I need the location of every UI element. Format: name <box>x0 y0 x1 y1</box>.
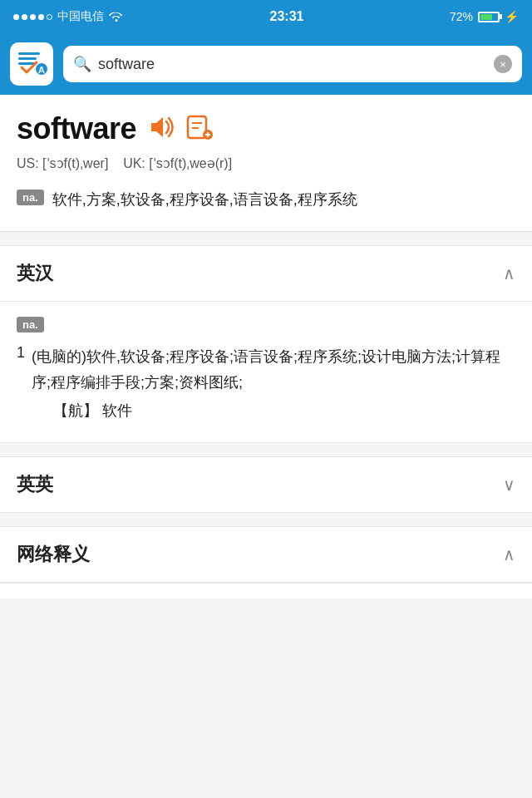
section-yingying-chevron <box>503 475 515 495</box>
status-left: 中国电信 <box>13 9 124 24</box>
signal-dots <box>13 14 52 20</box>
quick-tag: na. <box>17 190 44 205</box>
yinghan-pos-tag: na. <box>17 317 44 332</box>
section-yinghan-header[interactable]: 英汉 <box>0 245 532 302</box>
section-yinghan: 英汉 na. 1 (电脑的)软件,软设备;程序设备;语言设备;程序系统;设计电脑… <box>0 245 532 442</box>
section-wangluo-chevron <box>503 544 515 564</box>
section-yinghan-chevron <box>503 264 515 283</box>
signal-dot-3 <box>30 14 36 20</box>
status-right: 72% ⚡ <box>450 10 519 23</box>
gap-2 <box>0 443 532 450</box>
quick-definition: 软件,方案,软设备,程序设备,语言设备,程序系统 <box>52 188 357 212</box>
search-clear-button[interactable]: × <box>494 55 512 73</box>
section-yinghan-title: 英汉 <box>17 261 53 286</box>
signal-dot-1 <box>13 14 19 20</box>
carrier-label: 中国电信 <box>57 9 104 24</box>
svg-rect-3 <box>18 62 35 65</box>
section-yingying: 英英 <box>0 456 532 513</box>
def-text-1: (电脑的)软件,软设备;程序设备;语言设备;程序系统;设计电脑方法;计算程序;程… <box>32 348 500 391</box>
battery-fill <box>480 14 492 20</box>
search-icon: 🔍 <box>73 55 91 73</box>
word-title: software <box>17 111 136 146</box>
signal-dot-4 <box>38 14 44 20</box>
add-notebook-button[interactable] <box>186 115 213 144</box>
word-actions <box>150 115 213 144</box>
app-logo[interactable]: A <box>10 42 53 86</box>
status-time: 23:31 <box>270 9 304 24</box>
svg-rect-1 <box>18 52 40 55</box>
word-header: software <box>17 111 515 146</box>
status-bar: 中国电信 23:31 72% ⚡ <box>0 0 532 33</box>
section-yingying-header[interactable]: 英英 <box>0 456 532 513</box>
gap-3 <box>0 513 532 520</box>
section-yingying-title: 英英 <box>17 472 53 497</box>
def-sub-1: 【航】 软件 <box>32 401 515 421</box>
gap-1 <box>0 232 532 239</box>
svg-marker-6 <box>151 117 163 137</box>
search-bar[interactable]: 🔍 × <box>63 46 522 82</box>
section-wangluo: 网络释义 <box>0 526 532 598</box>
section-wangluo-title: 网络释义 <box>17 542 90 567</box>
search-input[interactable] <box>98 56 487 73</box>
signal-dot-5 <box>47 14 52 20</box>
word-content: software US: [ˈsɔ <box>0 95 532 232</box>
pronunciation-uk: UK: [ˈsɔf(t)ˌweə(r)] <box>123 156 232 170</box>
svg-text:A: A <box>38 65 45 75</box>
wifi-icon <box>109 10 124 24</box>
pronunciation-us: US: [ˈsɔf(t)ˌwer] <box>17 156 108 170</box>
def-content-1: (电脑的)软件,软设备;程序设备;语言设备;程序系统;设计电脑方法;计算程序;程… <box>32 344 515 420</box>
def-number-1: 1 <box>17 344 25 420</box>
section-wangluo-header[interactable]: 网络释义 <box>0 526 532 583</box>
svg-rect-2 <box>18 57 37 60</box>
volume-button[interactable] <box>150 116 176 143</box>
section-wangluo-partial <box>0 583 532 598</box>
definition-item-1: 1 (电脑的)软件,软设备;程序设备;语言设备;程序系统;设计电脑方法;计算程序… <box>17 344 515 420</box>
battery-percent: 72% <box>450 10 473 23</box>
logo-icon: A <box>15 46 48 83</box>
signal-dot-2 <box>22 14 27 20</box>
pronunciation: US: [ˈsɔf(t)ˌwer] UK: [ˈsɔf(t)ˌweə(r)] <box>17 153 515 175</box>
battery-indicator <box>478 12 500 22</box>
navbar: A 🔍 × <box>0 33 532 95</box>
battery-shell <box>478 12 500 22</box>
charging-icon: ⚡ <box>505 10 519 23</box>
quick-definition-row: na. 软件,方案,软设备,程序设备,语言设备,程序系统 <box>17 188 515 212</box>
section-yinghan-body: na. 1 (电脑的)软件,软设备;程序设备;语言设备;程序系统;设计电脑方法;… <box>0 302 532 442</box>
